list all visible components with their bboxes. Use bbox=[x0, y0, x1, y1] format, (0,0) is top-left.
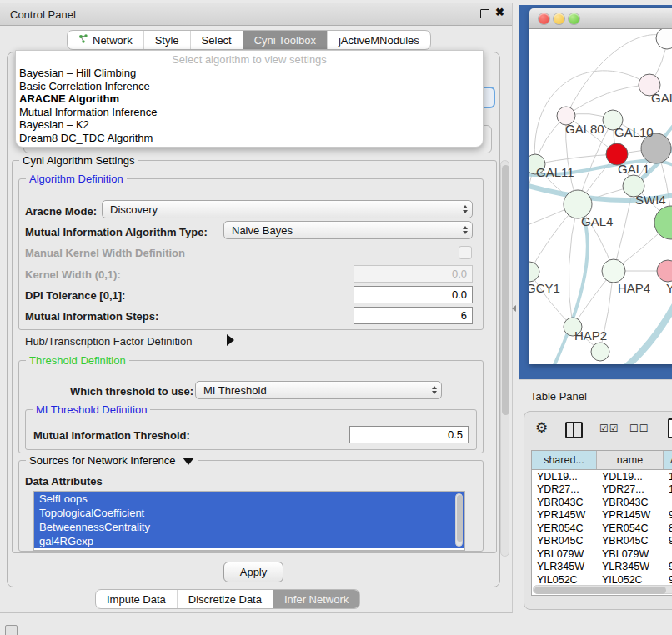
kernel-width-field[interactable]: 0.0 bbox=[354, 265, 473, 282]
svg-text:GAL1: GAL1 bbox=[618, 162, 649, 176]
list-item[interactable]: TopologicalCoefficient bbox=[34, 506, 464, 520]
minimized-panel-icon[interactable] bbox=[5, 625, 18, 635]
tab-style[interactable]: Style bbox=[144, 31, 191, 49]
columns-icon[interactable] bbox=[565, 422, 583, 438]
network-graph: GAL GAL80 GAL10 GAL1 GAL11 SWI4 GAL4 GCY… bbox=[529, 29, 672, 364]
apply-button[interactable]: Apply bbox=[223, 562, 283, 582]
network-node-labels: GAL GAL80 GAL10 GAL1 GAL11 SWI4 GAL4 GCY… bbox=[529, 91, 672, 342]
table-row[interactable]: YBL079WYBL079W bbox=[532, 548, 672, 561]
list-item[interactable]: BetweennessCentrality bbox=[34, 520, 464, 534]
mi-threshold-label: Mutual Information Threshold: bbox=[33, 429, 190, 442]
cyni-settings-legend: Cyni Algorithm Settings bbox=[19, 154, 138, 167]
table-rows: YDL19...YDL19...13YDR27...YDR27...12YBR0… bbox=[532, 470, 672, 585]
dpi-tolerance-label: DPI Tolerance [0,1]: bbox=[25, 289, 125, 302]
node-big-green bbox=[654, 206, 672, 239]
screen: Control Panel ✖ Network Style Select Cyn… bbox=[0, 0, 672, 635]
table-row[interactable]: YDR27...YDR27...12 bbox=[532, 483, 672, 497]
dpi-tolerance-field[interactable]: 0.0 bbox=[354, 286, 473, 303]
node-pink bbox=[657, 260, 672, 282]
stepper-arrows-icon bbox=[432, 382, 437, 398]
tab-jactivemnodules[interactable]: jActiveMNodules bbox=[328, 31, 430, 49]
gear-icon[interactable]: ⚙ bbox=[535, 419, 548, 437]
splitter-collapse-icon[interactable] bbox=[512, 305, 516, 312]
table-panel-title: Table Panel bbox=[530, 390, 587, 402]
manual-kernel-checkbox[interactable] bbox=[459, 246, 472, 259]
dropdown-item[interactable]: Mutual Information Inference bbox=[16, 106, 483, 119]
table-panel-box: ⚙ ☑☑ ☐☐ shared... name bbox=[524, 411, 672, 610]
stepper-arrows-icon bbox=[463, 222, 468, 238]
network-icon bbox=[78, 34, 88, 47]
network-window-titlebar[interactable] bbox=[529, 8, 672, 29]
dropdown-item[interactable]: Bayesian – K2 bbox=[16, 118, 483, 132]
tab-impute-data[interactable]: Impute Data bbox=[96, 590, 178, 608]
node-gcy1 bbox=[529, 262, 539, 282]
data-attributes-label: Data Attributes bbox=[25, 475, 103, 488]
unchecked-pair-icon[interactable]: ☐☐ bbox=[629, 422, 649, 434]
svg-text:GAL: GAL bbox=[651, 91, 672, 105]
svg-text:GAL11: GAL11 bbox=[536, 165, 574, 179]
column-header-name[interactable]: name bbox=[597, 451, 664, 469]
which-threshold-combo[interactable]: MI Threshold bbox=[195, 381, 442, 399]
mi-threshold-field[interactable]: 0.5 bbox=[349, 426, 469, 443]
dropdown-placeholder: Select algorithm to view settings bbox=[16, 51, 483, 67]
table-row[interactable]: YBR043CYBR043C bbox=[532, 496, 672, 509]
minimize-traffic-light[interactable] bbox=[554, 13, 564, 24]
table-hscrollbar[interactable] bbox=[533, 585, 672, 594]
table-row[interactable]: YIL052CYIL052C9 bbox=[532, 573, 672, 585]
checked-pair-icon[interactable]: ☑☑ bbox=[599, 422, 619, 434]
dropdown-item[interactable]: Bayesian – Hill Climbing bbox=[16, 67, 483, 80]
cyni-bottom-tabs: Impute Data Discretize Data Infer Networ… bbox=[95, 589, 360, 609]
threshold-definition-legend: Threshold Definition bbox=[26, 354, 129, 367]
mi-steps-field[interactable]: 6 bbox=[354, 307, 473, 324]
close-icon[interactable]: ✖ bbox=[495, 6, 504, 18]
aracne-mode-combo[interactable]: Discovery bbox=[102, 200, 473, 218]
settings-scrollbar[interactable] bbox=[500, 160, 509, 557]
mi-type-label: Mutual Information Algorithm Type: bbox=[25, 226, 208, 238]
tab-select[interactable]: Select bbox=[191, 31, 243, 49]
table-panel: Table Panel ⚙ ☑☑ ☐☐ shared... bbox=[519, 379, 672, 635]
table-row[interactable]: YDL19...YDL19...13 bbox=[532, 470, 672, 483]
svg-text:GCY1: GCY1 bbox=[529, 281, 560, 295]
tab-discretize-data[interactable]: Discretize Data bbox=[178, 590, 273, 608]
column-header-3[interactable]: A bbox=[664, 451, 672, 469]
svg-text:HAP4: HAP4 bbox=[618, 281, 650, 295]
aracne-mode-label: Aracne Mode: bbox=[25, 205, 97, 218]
mi-type-combo[interactable]: Naive Bayes bbox=[223, 221, 473, 239]
svg-text:Y: Y bbox=[666, 281, 672, 295]
dropdown-item[interactable]: Dream8 DC_TDC Algorithm bbox=[16, 132, 483, 145]
table-row[interactable]: YLR345WYLR345W9. bbox=[532, 561, 672, 574]
algorithm-definition-legend: Algorithm Definition bbox=[26, 172, 127, 185]
table-row[interactable]: YBR045CYBR045C9. bbox=[532, 535, 672, 548]
svg-text:SWI4: SWI4 bbox=[635, 192, 666, 207]
kernel-width-label: Kernel Width (0,1): bbox=[25, 268, 121, 281]
tab-network[interactable]: Network bbox=[68, 31, 144, 49]
list-item[interactable]: SelfLoops bbox=[34, 492, 464, 506]
column-header-shared[interactable]: shared... bbox=[532, 451, 597, 469]
control-panel-title: Control Panel bbox=[10, 8, 76, 21]
sources-legend[interactable]: Sources for Network Inference bbox=[26, 454, 198, 467]
tab-infer-network[interactable]: Infer Network bbox=[273, 590, 359, 608]
hub-definition-toggle[interactable]: Hub/Transcription Factor Definition bbox=[25, 335, 192, 348]
expand-right-icon[interactable] bbox=[227, 334, 234, 346]
table-row[interactable]: YER054CYER054C8. bbox=[532, 522, 672, 535]
list-scrollbar[interactable] bbox=[455, 493, 463, 547]
svg-text:GAL4: GAL4 bbox=[581, 214, 613, 228]
close-traffic-light[interactable] bbox=[539, 13, 549, 24]
node-unnamed bbox=[656, 29, 672, 49]
zoom-traffic-light[interactable] bbox=[569, 13, 579, 24]
network-canvas[interactable]: GAL GAL80 GAL10 GAL1 GAL11 SWI4 GAL4 GCY… bbox=[529, 29, 672, 364]
node-table: shared... name A YDL19...YDL19...13YDR27… bbox=[531, 450, 672, 596]
dropdown-item-aracne[interactable]: ARACNE Algorithm bbox=[16, 92, 483, 106]
network-window: GAL GAL80 GAL10 GAL1 GAL11 SWI4 GAL4 GCY… bbox=[529, 8, 672, 364]
float-icon[interactable] bbox=[480, 9, 489, 18]
list-item[interactable]: gal4RGexp bbox=[34, 534, 464, 548]
mi-threshold-legend: MI Threshold Definition bbox=[33, 403, 150, 416]
control-panel-titlebar[interactable]: Control Panel ✖ bbox=[0, 3, 512, 26]
which-threshold-label: Which threshold to use: bbox=[70, 385, 193, 398]
tab-cyni-toolbox[interactable]: Cyni Toolbox bbox=[243, 31, 328, 49]
network-view-panel: GAL GAL80 GAL10 GAL1 GAL11 SWI4 GAL4 GCY… bbox=[519, 5, 672, 379]
collapse-down-icon bbox=[183, 458, 194, 465]
document-icon[interactable] bbox=[668, 418, 672, 438]
table-row[interactable]: YPR145WYPR145W9. bbox=[532, 509, 672, 522]
dropdown-item[interactable]: Basic Correlation Inference bbox=[16, 80, 483, 93]
